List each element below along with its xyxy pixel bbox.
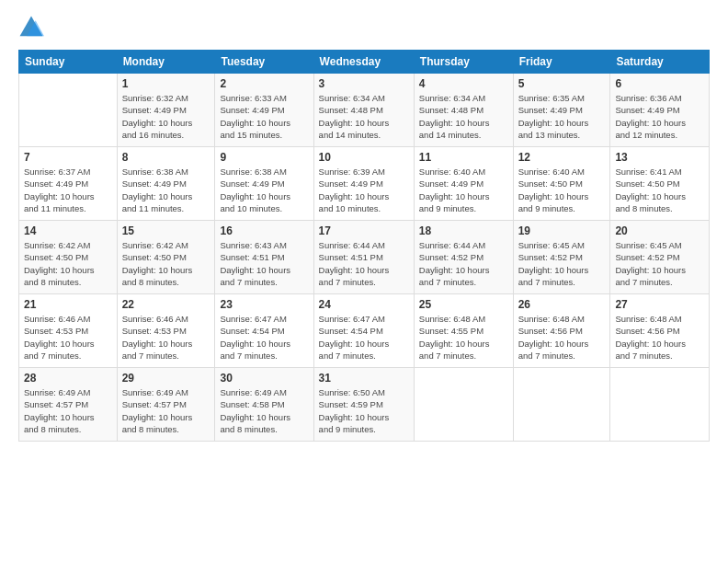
calendar-cell: 21Sunrise: 6:46 AM Sunset: 4:53 PM Dayli… xyxy=(19,294,118,368)
calendar-cell: 29Sunrise: 6:49 AM Sunset: 4:57 PM Dayli… xyxy=(117,368,215,442)
calendar-cell: 23Sunrise: 6:47 AM Sunset: 4:54 PM Dayli… xyxy=(215,294,313,368)
day-info: Sunrise: 6:37 AM Sunset: 4:49 PM Dayligh… xyxy=(24,166,112,214)
calendar-body: 1Sunrise: 6:32 AM Sunset: 4:49 PM Daylig… xyxy=(19,74,710,442)
calendar-cell: 25Sunrise: 6:48 AM Sunset: 4:55 PM Dayli… xyxy=(414,294,513,368)
day-info: Sunrise: 6:32 AM Sunset: 4:49 PM Dayligh… xyxy=(122,92,210,141)
calendar-cell: 13Sunrise: 6:41 AM Sunset: 4:50 PM Dayli… xyxy=(610,147,710,221)
calendar-cell: 8Sunrise: 6:38 AM Sunset: 4:49 PM Daylig… xyxy=(117,147,215,221)
day-number: 13 xyxy=(615,151,704,164)
day-info: Sunrise: 6:33 AM Sunset: 4:49 PM Dayligh… xyxy=(220,92,308,141)
day-info: Sunrise: 6:40 AM Sunset: 4:49 PM Dayligh… xyxy=(419,166,508,214)
day-number: 6 xyxy=(615,77,704,90)
weekday-header-sunday: Sunday xyxy=(19,51,118,74)
day-number: 27 xyxy=(615,298,704,311)
calendar-cell: 30Sunrise: 6:49 AM Sunset: 4:58 PM Dayli… xyxy=(215,368,313,442)
calendar-cell: 4Sunrise: 6:34 AM Sunset: 4:48 PM Daylig… xyxy=(414,74,513,147)
calendar-cell: 18Sunrise: 6:44 AM Sunset: 4:52 PM Dayli… xyxy=(414,221,513,294)
day-info: Sunrise: 6:48 AM Sunset: 4:56 PM Dayligh… xyxy=(518,313,606,362)
calendar-cell: 24Sunrise: 6:47 AM Sunset: 4:54 PM Dayli… xyxy=(313,294,414,368)
weekday-header-friday: Friday xyxy=(513,51,610,74)
calendar-cell: 7Sunrise: 6:37 AM Sunset: 4:49 PM Daylig… xyxy=(19,147,118,221)
day-number: 21 xyxy=(24,298,112,311)
calendar-cell: 15Sunrise: 6:42 AM Sunset: 4:50 PM Dayli… xyxy=(117,221,215,294)
day-info: Sunrise: 6:34 AM Sunset: 4:48 PM Dayligh… xyxy=(319,92,409,141)
day-info: Sunrise: 6:42 AM Sunset: 4:50 PM Dayligh… xyxy=(122,239,210,288)
calendar-header: SundayMondayTuesdayWednesdayThursdayFrid… xyxy=(19,51,710,74)
day-info: Sunrise: 6:49 AM Sunset: 4:58 PM Dayligh… xyxy=(220,386,308,435)
calendar-cell xyxy=(19,74,118,147)
calendar-week-3: 14Sunrise: 6:42 AM Sunset: 4:50 PM Dayli… xyxy=(19,221,710,294)
calendar-week-1: 1Sunrise: 6:32 AM Sunset: 4:49 PM Daylig… xyxy=(19,74,710,147)
day-number: 9 xyxy=(220,151,308,164)
day-number: 12 xyxy=(518,151,606,164)
calendar-cell: 5Sunrise: 6:35 AM Sunset: 4:49 PM Daylig… xyxy=(513,74,610,147)
calendar-cell: 3Sunrise: 6:34 AM Sunset: 4:48 PM Daylig… xyxy=(313,74,414,147)
calendar-cell: 26Sunrise: 6:48 AM Sunset: 4:56 PM Dayli… xyxy=(513,294,610,368)
calendar-cell xyxy=(414,368,513,442)
calendar-cell: 31Sunrise: 6:50 AM Sunset: 4:59 PM Dayli… xyxy=(313,368,414,442)
logo-icon xyxy=(18,15,44,40)
day-number: 18 xyxy=(419,224,508,237)
weekday-header-saturday: Saturday xyxy=(610,51,710,74)
calendar-cell: 16Sunrise: 6:43 AM Sunset: 4:51 PM Dayli… xyxy=(215,221,313,294)
day-number: 14 xyxy=(24,224,112,237)
day-info: Sunrise: 6:35 AM Sunset: 4:49 PM Dayligh… xyxy=(518,92,606,141)
day-info: Sunrise: 6:38 AM Sunset: 4:49 PM Dayligh… xyxy=(220,166,308,214)
calendar-cell: 9Sunrise: 6:38 AM Sunset: 4:49 PM Daylig… xyxy=(215,147,313,221)
calendar-cell: 28Sunrise: 6:49 AM Sunset: 4:57 PM Dayli… xyxy=(19,368,118,442)
day-info: Sunrise: 6:42 AM Sunset: 4:50 PM Dayligh… xyxy=(24,239,112,288)
day-number: 26 xyxy=(518,298,606,311)
calendar-cell: 12Sunrise: 6:40 AM Sunset: 4:50 PM Dayli… xyxy=(513,147,610,221)
calendar-cell: 6Sunrise: 6:36 AM Sunset: 4:49 PM Daylig… xyxy=(610,74,710,147)
calendar-cell: 17Sunrise: 6:44 AM Sunset: 4:51 PM Dayli… xyxy=(313,221,414,294)
calendar-cell: 10Sunrise: 6:39 AM Sunset: 4:49 PM Dayli… xyxy=(313,147,414,221)
day-info: Sunrise: 6:40 AM Sunset: 4:50 PM Dayligh… xyxy=(518,166,606,214)
day-number: 19 xyxy=(518,224,606,237)
day-info: Sunrise: 6:45 AM Sunset: 4:52 PM Dayligh… xyxy=(615,239,704,288)
day-info: Sunrise: 6:48 AM Sunset: 4:55 PM Dayligh… xyxy=(419,313,508,362)
day-number: 2 xyxy=(220,77,308,90)
logo xyxy=(18,15,46,40)
calendar-cell: 14Sunrise: 6:42 AM Sunset: 4:50 PM Dayli… xyxy=(19,221,118,294)
day-info: Sunrise: 6:44 AM Sunset: 4:52 PM Dayligh… xyxy=(419,239,508,288)
day-number: 22 xyxy=(122,298,210,311)
day-info: Sunrise: 6:49 AM Sunset: 4:57 PM Dayligh… xyxy=(24,386,112,435)
header xyxy=(18,15,710,40)
day-number: 8 xyxy=(122,151,210,164)
day-info: Sunrise: 6:50 AM Sunset: 4:59 PM Dayligh… xyxy=(319,386,409,435)
calendar-cell: 1Sunrise: 6:32 AM Sunset: 4:49 PM Daylig… xyxy=(117,74,215,147)
day-number: 10 xyxy=(319,151,409,164)
calendar-cell: 22Sunrise: 6:46 AM Sunset: 4:53 PM Dayli… xyxy=(117,294,215,368)
day-info: Sunrise: 6:41 AM Sunset: 4:50 PM Dayligh… xyxy=(615,166,704,214)
calendar-cell: 2Sunrise: 6:33 AM Sunset: 4:49 PM Daylig… xyxy=(215,74,313,147)
day-number: 28 xyxy=(24,372,112,385)
day-number: 4 xyxy=(419,77,508,90)
calendar-week-5: 28Sunrise: 6:49 AM Sunset: 4:57 PM Dayli… xyxy=(19,368,710,442)
weekday-header-monday: Monday xyxy=(117,51,215,74)
day-number: 3 xyxy=(319,77,409,90)
calendar-table: SundayMondayTuesdayWednesdayThursdayFrid… xyxy=(18,50,710,442)
day-info: Sunrise: 6:34 AM Sunset: 4:48 PM Dayligh… xyxy=(419,92,508,141)
day-info: Sunrise: 6:44 AM Sunset: 4:51 PM Dayligh… xyxy=(319,239,409,288)
weekday-header-tuesday: Tuesday xyxy=(215,51,313,74)
day-number: 23 xyxy=(220,298,308,311)
day-info: Sunrise: 6:45 AM Sunset: 4:52 PM Dayligh… xyxy=(518,239,606,288)
day-number: 20 xyxy=(615,224,704,237)
calendar-cell: 19Sunrise: 6:45 AM Sunset: 4:52 PM Dayli… xyxy=(513,221,610,294)
day-number: 30 xyxy=(220,372,308,385)
calendar-week-4: 21Sunrise: 6:46 AM Sunset: 4:53 PM Dayli… xyxy=(19,294,710,368)
day-number: 24 xyxy=(319,298,409,311)
day-info: Sunrise: 6:49 AM Sunset: 4:57 PM Dayligh… xyxy=(122,386,210,435)
page: SundayMondayTuesdayWednesdayThursdayFrid… xyxy=(0,0,728,563)
weekday-header-wednesday: Wednesday xyxy=(313,51,414,74)
day-info: Sunrise: 6:46 AM Sunset: 4:53 PM Dayligh… xyxy=(122,313,210,362)
calendar-week-2: 7Sunrise: 6:37 AM Sunset: 4:49 PM Daylig… xyxy=(19,147,710,221)
day-number: 5 xyxy=(518,77,606,90)
day-info: Sunrise: 6:36 AM Sunset: 4:49 PM Dayligh… xyxy=(615,92,704,141)
calendar-cell xyxy=(513,368,610,442)
weekday-header-thursday: Thursday xyxy=(414,51,513,74)
day-number: 11 xyxy=(419,151,508,164)
day-number: 17 xyxy=(319,224,409,237)
day-number: 7 xyxy=(24,151,112,164)
day-number: 29 xyxy=(122,372,210,385)
